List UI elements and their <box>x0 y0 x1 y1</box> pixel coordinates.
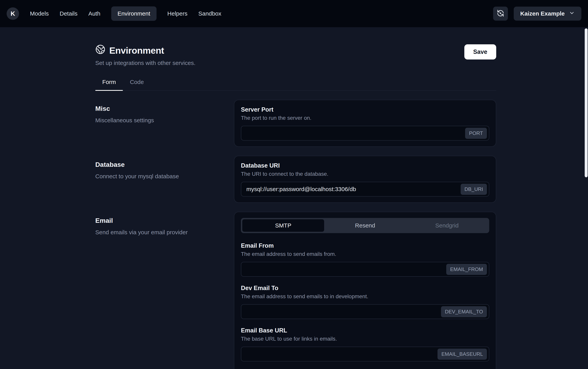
dev-email-to-field: Dev Email To The email address to send e… <box>241 284 489 319</box>
database-uri-env-badge: DB_URI <box>461 184 487 195</box>
email-base-url-input[interactable]: EMAIL_BASEURL <box>241 347 489 361</box>
top-navigation-bar: K Models Details Auth Environment Helper… <box>0 0 588 27</box>
server-port-env-badge: PORT <box>465 128 487 139</box>
sync-icon <box>497 10 504 18</box>
dev-email-to-input[interactable]: DEV_EMAIL_TO <box>241 304 489 319</box>
form-code-tabs: Form Code <box>95 79 496 91</box>
server-port-input[interactable]: PORT <box>241 126 489 141</box>
email-from-label: Email From <box>241 242 489 249</box>
section-database-title: Database <box>95 161 220 168</box>
dev-email-to-env-badge: DEV_EMAIL_TO <box>441 306 487 317</box>
workspace-selector-label: Kaizen Example <box>520 10 565 17</box>
section-email-info: Email Send emails via your email provide… <box>95 212 234 369</box>
server-port-label: Server Port <box>241 106 489 113</box>
page-title-text: Environment <box>109 45 164 56</box>
page-header-row: Environment Set up integrations with oth… <box>95 44 496 66</box>
nav-item-environment[interactable]: Environment <box>111 6 156 21</box>
database-uri-description: The URI to connect to the database. <box>241 171 489 177</box>
section-email-description: Send emails via your email provider <box>95 229 220 236</box>
email-from-description: The email address to send emails from. <box>241 251 489 257</box>
provider-tab-sendgrid[interactable]: Sendgrid <box>406 219 488 232</box>
database-uri-input[interactable]: mysql://user:password@localhost:3306/db … <box>241 182 489 196</box>
email-card: SMTP Resend Sendgrid Email From The emai… <box>234 212 496 369</box>
database-uri-value: mysql://user:password@localhost:3306/db <box>246 186 461 193</box>
tab-code[interactable]: Code <box>123 79 151 90</box>
database-card: Database URI The URI to connect to the d… <box>234 156 496 203</box>
email-base-url-field: Email Base URL The base URL to use for l… <box>241 327 489 361</box>
dev-email-to-label: Dev Email To <box>241 284 489 292</box>
section-email: Email Send emails via your email provide… <box>95 212 496 369</box>
nav-item-auth[interactable]: Auth <box>88 6 100 21</box>
page-subtitle: Set up integrations with other services. <box>95 60 196 66</box>
section-database: Database Connect to your mysql database … <box>95 156 496 203</box>
section-misc-title: Misc <box>95 105 220 112</box>
email-base-url-description: The base URL to use for links in emails. <box>241 336 489 342</box>
workspace-selector[interactable]: Kaizen Example <box>514 7 581 20</box>
sync-button[interactable] <box>493 7 508 20</box>
misc-card: Server Port The port to run the server o… <box>234 100 496 147</box>
tab-form[interactable]: Form <box>95 79 123 90</box>
server-port-field: Server Port The port to run the server o… <box>241 106 489 141</box>
section-email-title: Email <box>95 217 220 224</box>
provider-tab-smtp[interactable]: SMTP <box>242 219 324 232</box>
email-base-url-label: Email Base URL <box>241 327 489 334</box>
environment-page: K Models Details Auth Environment Helper… <box>0 0 588 369</box>
page-title-block: Environment Set up integrations with oth… <box>95 44 196 66</box>
globe-icon <box>95 44 105 57</box>
email-provider-tabs: SMTP Resend Sendgrid <box>241 218 489 233</box>
nav-item-details[interactable]: Details <box>60 6 78 21</box>
database-uri-field: Database URI The URI to connect to the d… <box>241 162 489 196</box>
section-misc-info: Misc Miscellaneous settings <box>95 100 234 147</box>
chevron-down-icon <box>569 10 575 17</box>
database-uri-label: Database URI <box>241 162 489 169</box>
page-title: Environment <box>95 44 196 57</box>
provider-tab-resend[interactable]: Resend <box>324 219 406 232</box>
app-logo-letter: K <box>10 10 15 17</box>
email-from-input[interactable]: EMAIL_FROM <box>241 262 489 277</box>
email-base-url-env-badge: EMAIL_BASEURL <box>437 348 487 360</box>
server-port-description: The port to run the server on. <box>241 115 489 121</box>
section-database-info: Database Connect to your mysql database <box>95 156 234 203</box>
dev-email-to-description: The email address to send emails to in d… <box>241 293 489 300</box>
nav-item-helpers[interactable]: Helpers <box>167 6 187 21</box>
section-misc-description: Miscellaneous settings <box>95 117 220 124</box>
section-database-description: Connect to your mysql database <box>95 173 220 180</box>
topbar-right-cluster: Kaizen Example <box>493 7 581 20</box>
email-from-field: Email From The email address to send ema… <box>241 242 489 277</box>
nav-item-models[interactable]: Models <box>30 6 49 21</box>
nav-item-sandbox[interactable]: Sandbox <box>198 6 221 21</box>
save-button[interactable]: Save <box>464 44 496 60</box>
main-content: Environment Set up integrations with oth… <box>95 44 496 369</box>
app-logo: K <box>7 7 19 20</box>
section-misc: Misc Miscellaneous settings Server Port … <box>95 100 496 147</box>
primary-nav: Models Details Auth Environment Helpers … <box>30 6 221 21</box>
email-from-env-badge: EMAIL_FROM <box>446 264 487 275</box>
vertical-scrollbar-thumb[interactable] <box>585 28 588 177</box>
